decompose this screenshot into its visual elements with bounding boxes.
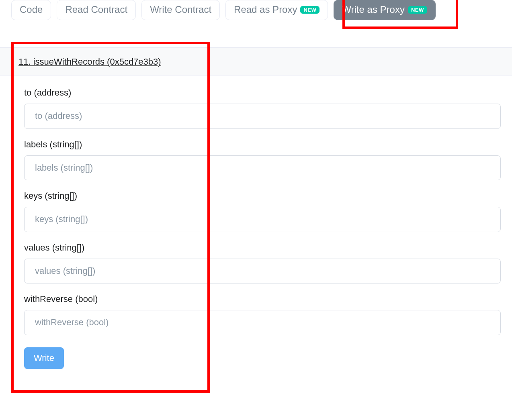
tab-label: Read Contract bbox=[65, 4, 127, 16]
field-label: values (string[]) bbox=[24, 243, 501, 253]
input-keys[interactable] bbox=[24, 207, 501, 232]
function-header[interactable]: 11. issueWithRecords (0x5cd7e3b3) bbox=[0, 47, 512, 75]
field-values: values (string[]) bbox=[24, 243, 501, 284]
field-label: labels (string[]) bbox=[24, 139, 501, 150]
write-button[interactable]: Write bbox=[24, 347, 64, 369]
tab-write-contract[interactable]: Write Contract bbox=[141, 0, 220, 20]
field-label: withReverse (bool) bbox=[24, 294, 501, 304]
new-badge: NEW bbox=[300, 6, 319, 14]
field-labels: labels (string[]) bbox=[24, 139, 501, 181]
tab-code[interactable]: Code bbox=[11, 0, 51, 20]
field-to: to (address) bbox=[24, 88, 501, 129]
input-withreverse[interactable] bbox=[24, 310, 501, 335]
tab-label: Write as Proxy bbox=[342, 4, 405, 16]
new-badge: NEW bbox=[408, 6, 427, 14]
input-values[interactable] bbox=[24, 259, 501, 284]
function-panel: 11. issueWithRecords (0x5cd7e3b3) to (ad… bbox=[0, 47, 512, 381]
function-body: to (address) labels (string[]) keys (str… bbox=[0, 75, 512, 381]
field-keys: keys (string[]) bbox=[24, 191, 501, 232]
tab-label: Read as Proxy bbox=[234, 4, 297, 16]
function-title-link[interactable]: 11. issueWithRecords (0x5cd7e3b3) bbox=[18, 57, 161, 67]
field-label: to (address) bbox=[24, 88, 501, 98]
tab-read-contract[interactable]: Read Contract bbox=[57, 0, 136, 20]
field-withreverse: withReverse (bool) bbox=[24, 294, 501, 335]
contract-tabs: Code Read Contract Write Contract Read a… bbox=[0, 0, 512, 20]
tab-label: Write Contract bbox=[150, 4, 211, 16]
tab-write-as-proxy[interactable]: Write as Proxy NEW bbox=[334, 0, 435, 20]
input-labels[interactable] bbox=[24, 155, 501, 181]
field-label: keys (string[]) bbox=[24, 191, 501, 201]
tab-label: Code bbox=[20, 4, 43, 16]
input-to-address[interactable] bbox=[24, 104, 501, 129]
tab-read-as-proxy[interactable]: Read as Proxy NEW bbox=[225, 0, 328, 20]
